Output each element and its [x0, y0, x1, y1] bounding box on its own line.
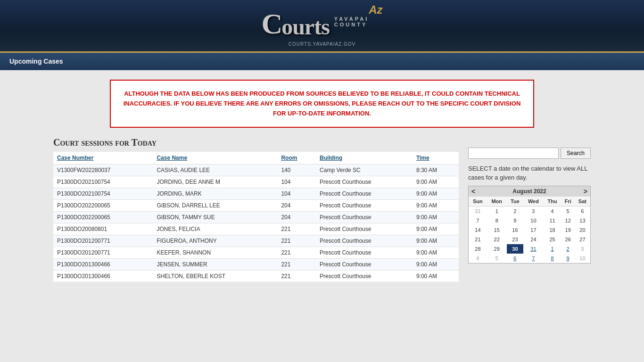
- calendar-day-cell: 4: [544, 206, 561, 216]
- table-area: Court sessions for Today Case Number Cas…: [53, 137, 459, 282]
- cell-time: 8:30 AM: [413, 165, 459, 176]
- table-row: P1300DO201300466SHELTON, EBERLE KOST221P…: [53, 271, 459, 282]
- calendar-table: SunMonTueWedThuFriSat 311234567891011121…: [469, 197, 590, 263]
- calendar-day-cell: 20: [575, 225, 590, 235]
- navbar: Upcoming Cases: [0, 53, 644, 70]
- cell-case_number: V1300FW202280037: [53, 165, 153, 176]
- cell-building: Prescott Courthouse: [316, 223, 413, 235]
- cell-case_number: P1300DO20080801: [53, 223, 153, 235]
- calendar-day-cell[interactable]: 1: [544, 244, 561, 254]
- calendar-week-row: 31123456: [469, 206, 590, 216]
- cell-time: 9:00 AM: [413, 271, 459, 282]
- calendar-day-cell: 25: [544, 235, 561, 244]
- cell-case_name: FIGUEROA, ANTHONY: [153, 235, 277, 247]
- cal-day-header: Thu: [544, 197, 561, 206]
- table-header-row: Case Number Case Name Room Building Time: [53, 152, 459, 165]
- cal-day-header: Sun: [469, 197, 487, 206]
- calendar-day-cell: 22: [487, 235, 507, 244]
- calendar-day-cell: 2: [507, 206, 524, 216]
- calendar-week-row: 14151617181920: [469, 225, 590, 235]
- cell-case_name: SHELTON, EBERLE KOST: [153, 271, 277, 282]
- cell-time: 9:00 AM: [413, 259, 459, 271]
- calendar-day-cell: 29: [487, 244, 507, 254]
- cell-case_name: JORDING, MARK: [153, 188, 277, 200]
- cell-building: Prescott Courthouse: [316, 176, 413, 188]
- calendar-day-cell: 31: [469, 206, 487, 216]
- logo-area: C ourts YAVAPAI COUNTY Az: [0, 7, 644, 41]
- table-row: P1300DO201300466JENSEN, SUMMER221Prescot…: [53, 259, 459, 271]
- cell-room: 104: [277, 176, 316, 188]
- cell-room: 221: [277, 223, 316, 235]
- calendar-day-cell: 24: [523, 235, 543, 244]
- logo-courts-text: C ourts: [261, 7, 329, 41]
- calendar-day-cell[interactable]: 8: [544, 254, 561, 263]
- calendar-week-row: 78910111213: [469, 216, 590, 225]
- cell-case_number: P1300DO202100754: [53, 188, 153, 200]
- calendar-day-cell: 21: [469, 235, 487, 244]
- cell-case_number: P1300DO202100754: [53, 176, 153, 188]
- calendar-prev[interactable]: <: [471, 188, 475, 195]
- calendar-day-cell: 8: [487, 216, 507, 225]
- calendar-day-cell: 4: [469, 254, 487, 263]
- search-input[interactable]: [468, 148, 559, 159]
- search-button[interactable]: Search: [561, 148, 591, 159]
- cal-day-header: Sat: [575, 197, 590, 206]
- calendar-day-cell: 10: [575, 254, 590, 263]
- cell-time: 9:00 AM: [413, 212, 459, 223]
- table-row: P1300DO20080801JONES, FELICIA221Prescott…: [53, 223, 459, 235]
- calendar-day-cell: 15: [487, 225, 507, 235]
- calendar-day-cell[interactable]: 2: [561, 244, 575, 254]
- table-row: P1300DO201200771FIGUEROA, ANTHONY221Pres…: [53, 235, 459, 247]
- cell-case_name: GIBSON, DARRELL LEE: [153, 200, 277, 212]
- calendar-month-label: August 2022: [512, 188, 546, 195]
- cell-building: Prescott Courthouse: [316, 247, 413, 259]
- calendar-day-cell: 28: [469, 244, 487, 254]
- warning-text: Although the data below has been produce…: [123, 89, 521, 118]
- calendar-next[interactable]: >: [584, 188, 587, 195]
- cell-case_number: P1300DO201200771: [53, 247, 153, 259]
- table-row: P1300DO202200065GIBSON, TAMMY SUE204Pres…: [53, 212, 459, 223]
- cell-case_number: P1300DO202200065: [53, 212, 153, 223]
- cell-time: 9:00 AM: [413, 247, 459, 259]
- cell-time: 9:00 AM: [413, 223, 459, 235]
- section-title: Court sessions for Today: [53, 137, 459, 148]
- logo-right-text: YAVAPAI COUNTY: [334, 16, 369, 27]
- cell-room: 221: [277, 259, 316, 271]
- col-case-name[interactable]: Case Name: [153, 152, 277, 165]
- calendar-day-cell[interactable]: 31: [523, 244, 543, 254]
- navbar-title: Upcoming Cases: [9, 58, 63, 65]
- calendar-day-cell: 9: [507, 216, 524, 225]
- calendar-day-cell[interactable]: 9: [561, 254, 575, 263]
- cell-building: Camp Verde SC: [316, 165, 413, 176]
- calendar-week-row: 45678910: [469, 254, 590, 263]
- calendar-day-cell[interactable]: 7: [523, 254, 543, 263]
- cell-case_name: JORDING, DEE ANNE M: [153, 176, 277, 188]
- cell-building: Prescott Courthouse: [316, 188, 413, 200]
- cell-room: 221: [277, 235, 316, 247]
- calendar-day-cell: 26: [561, 235, 575, 244]
- table-row: P1300DO201200771KEEFER, SHANNON221Presco…: [53, 247, 459, 259]
- cell-room: 204: [277, 212, 316, 223]
- calendar-day-cell[interactable]: 6: [507, 254, 524, 263]
- cell-time: 9:00 AM: [413, 235, 459, 247]
- col-case-number[interactable]: Case Number: [53, 152, 153, 165]
- cell-case_name: GIBSON, TAMMY SUE: [153, 212, 277, 223]
- cell-time: 9:00 AM: [413, 176, 459, 188]
- cal-day-header: Wed: [523, 197, 543, 206]
- cal-day-header: Tue: [507, 197, 524, 206]
- calendar-day-cell: 17: [523, 225, 543, 235]
- calendar-week-row: 21222324252627: [469, 235, 590, 244]
- sidebar: Search SELECT a date on the calendar to …: [468, 137, 591, 282]
- cell-building: Prescott Courthouse: [316, 235, 413, 247]
- cell-case_name: JENSEN, SUMMER: [153, 259, 277, 271]
- col-building[interactable]: Building: [316, 152, 413, 165]
- calendar-day-cell: 23: [507, 235, 524, 244]
- calendar-day-cell[interactable]: 30: [507, 244, 524, 254]
- calendar-description: SELECT a date on the calendar to view AL…: [468, 165, 591, 181]
- table-row: P1300DO202100754JORDING, MARK104Prescott…: [53, 188, 459, 200]
- col-room[interactable]: Room: [277, 152, 316, 165]
- col-time[interactable]: Time: [413, 152, 459, 165]
- calendar-day-cell: 18: [544, 225, 561, 235]
- main-content: Although the data below has been produce…: [0, 70, 644, 362]
- calendar-day-cell: 7: [469, 216, 487, 225]
